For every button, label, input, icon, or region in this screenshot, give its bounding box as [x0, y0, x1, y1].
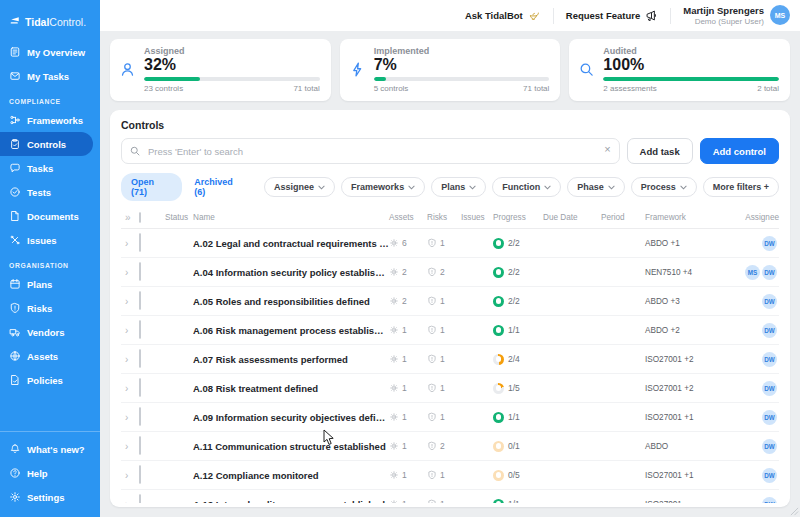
column-header-due-date[interactable]: Due Date — [543, 213, 601, 222]
control-name[interactable]: A.05 Roles and responsibilities defined — [193, 296, 389, 307]
stat-card-assigned[interactable]: Assigned 32% 23 controls 71 total — [110, 39, 331, 101]
search-input[interactable] — [121, 138, 620, 164]
row-expand-icon[interactable]: › — [121, 296, 139, 307]
row-expand-icon[interactable]: › — [121, 470, 139, 481]
row-expand-icon[interactable]: › — [121, 383, 139, 394]
filter-process[interactable]: Process — [631, 177, 697, 197]
row-checkbox[interactable] — [139, 321, 165, 339]
sidebar-item-controls[interactable]: Controls — [0, 132, 93, 156]
column-header-name[interactable]: Name — [193, 213, 389, 222]
row-expand-icon[interactable]: › — [121, 238, 139, 249]
table-row[interactable]: ›A.07 Risk assessments performed112/4ISO… — [121, 345, 779, 374]
row-checkbox[interactable] — [139, 379, 165, 397]
app-logo[interactable]: TidalControl. — [0, 8, 100, 40]
control-name[interactable]: A.06 Risk management process established — [193, 325, 389, 336]
assignee-avatar[interactable]: DW — [762, 323, 777, 338]
select-all-checkbox[interactable] — [139, 213, 165, 222]
row-checkbox[interactable] — [139, 350, 165, 368]
sidebar-item-risks[interactable]: Risks — [0, 296, 100, 320]
user-avatar[interactable]: MS — [770, 5, 790, 25]
expand-all-icon[interactable]: » — [121, 212, 139, 223]
column-header-issues[interactable]: Issues — [461, 213, 493, 222]
table-row[interactable]: ›A.13 Internal audit programme establish… — [121, 490, 779, 503]
sidebar-item-issues[interactable]: Issues — [0, 228, 100, 252]
assignee-avatar[interactable]: DW — [762, 381, 777, 396]
control-name[interactable]: A.04 Information security policy establi… — [193, 267, 389, 278]
table-row[interactable]: ›A.11 Communication structure establishe… — [121, 432, 779, 461]
row-checkbox[interactable] — [139, 437, 165, 455]
tab-open-71[interactable]: Open (71) — [121, 173, 182, 201]
assignee-avatar[interactable]: MS — [745, 265, 760, 280]
sidebar-item-tests[interactable]: Tests — [0, 180, 100, 204]
assignee-avatar[interactable]: DW — [762, 410, 777, 425]
row-expand-icon[interactable]: › — [121, 354, 139, 365]
row-checkbox[interactable] — [139, 466, 165, 484]
control-name[interactable]: A.12 Compliance monitored — [193, 470, 389, 481]
table-row[interactable]: ›A.05 Roles and responsibilities defined… — [121, 287, 779, 316]
add-control-button[interactable]: Add control — [700, 138, 779, 164]
request-feature-button[interactable]: Request Feature — [554, 9, 670, 22]
column-header-status[interactable]: Status — [165, 213, 193, 222]
table-row[interactable]: ›A.02 Legal and contractual requirements… — [121, 229, 779, 258]
stat-card-implemented[interactable]: Implemented 7% 5 controls 71 total — [340, 39, 561, 101]
filter-assignee[interactable]: Assignee — [264, 177, 335, 197]
column-header-framework[interactable]: Framework — [645, 213, 733, 222]
filter-plans[interactable]: Plans — [431, 177, 486, 197]
sidebar-item-frameworks[interactable]: Frameworks — [0, 108, 100, 132]
row-checkbox[interactable] — [139, 495, 165, 503]
row-checkbox[interactable] — [139, 292, 165, 310]
table-row[interactable]: ›A.08 Risk treatment defined111/5ISO2700… — [121, 374, 779, 403]
clear-search-icon[interactable]: × — [604, 143, 610, 155]
sidebar-item-help[interactable]: Help — [0, 461, 100, 485]
row-checkbox[interactable] — [139, 263, 165, 281]
filter-function[interactable]: Function — [492, 177, 561, 197]
column-header-assignee[interactable]: Assignee — [733, 213, 779, 222]
column-header-assets[interactable]: Assets — [389, 213, 427, 222]
tab-archived-6[interactable]: Archived (6) — [188, 173, 252, 201]
sidebar-item-policies[interactable]: Policies — [0, 368, 100, 392]
control-name[interactable]: A.08 Risk treatment defined — [193, 383, 389, 394]
sidebar-item-settings[interactable]: Settings — [0, 485, 100, 509]
row-expand-icon[interactable]: › — [121, 412, 139, 423]
sidebar-item-what-s-new[interactable]: What's new? — [0, 437, 100, 461]
row-expand-icon[interactable]: › — [121, 499, 139, 504]
row-checkbox[interactable] — [139, 408, 165, 426]
control-name[interactable]: A.02 Legal and contractual requirements … — [193, 238, 389, 249]
sidebar-item-tasks[interactable]: Tasks — [0, 156, 100, 180]
column-header-progress[interactable]: Progress — [493, 213, 543, 222]
user-menu[interactable]: Martijn Sprengers Demo (Super User) MS — [671, 5, 790, 25]
sidebar-item-my-overview[interactable]: My Overview — [0, 40, 100, 64]
control-name[interactable]: A.07 Risk assessments performed — [193, 354, 389, 365]
stat-card-audited[interactable]: Audited 100% 2 assessments 2 total — [569, 39, 790, 101]
sidebar-item-vendors[interactable]: Vendors — [0, 320, 100, 344]
sidebar-item-my-tasks[interactable]: My Tasks — [0, 64, 100, 88]
table-row[interactable]: ›A.12 Compliance monitored110/5ISO27001 … — [121, 461, 779, 490]
row-expand-icon[interactable]: › — [121, 441, 139, 452]
assignee-avatar[interactable]: DW — [762, 265, 777, 280]
filter-frameworks[interactable]: Frameworks — [341, 177, 425, 197]
table-row[interactable]: ›A.04 Information security policy establ… — [121, 258, 779, 287]
row-checkbox[interactable] — [139, 234, 165, 252]
control-name[interactable]: A.11 Communication structure established — [193, 441, 389, 452]
more-filters-button[interactable]: More filters + — [703, 177, 779, 197]
sidebar-item-plans[interactable]: Plans — [0, 272, 100, 296]
sidebar-item-documents[interactable]: Documents — [0, 204, 100, 228]
control-name[interactable]: A.13 Internal audit programme establishe… — [193, 499, 389, 504]
assignee-avatar[interactable]: DW — [762, 439, 777, 454]
assignee-avatar[interactable]: DW — [762, 468, 777, 483]
assignee-avatar[interactable]: DW — [762, 497, 777, 504]
add-task-button[interactable]: Add task — [627, 138, 693, 164]
row-expand-icon[interactable]: › — [121, 267, 139, 278]
assignee-avatar[interactable]: DW — [762, 236, 777, 251]
assignee-avatar[interactable]: DW — [762, 352, 777, 367]
ask-tidalbot-button[interactable]: Ask TidalBot — [453, 9, 553, 22]
control-name[interactable]: A.09 Information security objectives def… — [193, 412, 389, 423]
assignee-avatar[interactable]: DW — [762, 294, 777, 309]
table-row[interactable]: ›A.06 Risk management process establishe… — [121, 316, 779, 345]
sidebar-item-assets[interactable]: Assets — [0, 344, 100, 368]
row-expand-icon[interactable]: › — [121, 325, 139, 336]
column-header-risks[interactable]: Risks — [427, 213, 461, 222]
column-header-period[interactable]: Period — [601, 213, 645, 222]
table-row[interactable]: ›A.09 Information security objectives de… — [121, 403, 779, 432]
filter-phase[interactable]: Phase — [567, 177, 625, 197]
